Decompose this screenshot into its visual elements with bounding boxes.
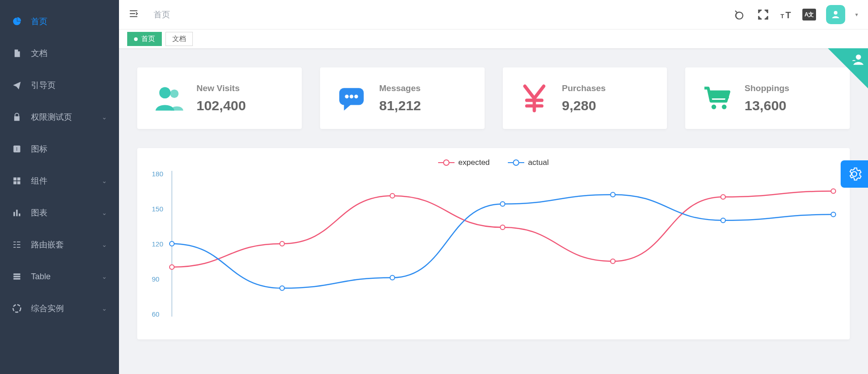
legend-label: actual [528,158,548,167]
svg-line-31 [525,86,534,98]
svg-point-36 [712,104,716,109]
chevron-down-icon: ⌄ [102,209,107,216]
card-title: Messages [379,83,421,93]
fontsize-icon[interactable]: TT [780,8,792,21]
legend-expected[interactable]: expected [438,158,490,167]
svg-point-49 [390,275,395,280]
sidebar-item-example[interactable]: 综合实例 ⌄ [0,292,119,324]
svg-rect-16 [14,276,21,277]
y-tick: 150 [152,205,163,213]
sidebar-item-doc[interactable]: 文档 [0,37,119,69]
sidebar-item-component[interactable]: 组件 ⌄ [0,165,119,197]
chevron-down-icon: ⌄ [102,273,107,280]
sidebar-item-label: 组件 [31,175,47,186]
svg-rect-10 [14,244,16,245]
card-shoppings[interactable]: Shoppings 13,600 [685,67,850,129]
svg-point-25 [170,89,179,98]
example-icon [12,303,22,313]
svg-point-50 [500,202,505,206]
sidebar-item-permission[interactable]: 权限测试页 ⌄ [0,101,119,133]
card-value: 9,280 [562,98,606,113]
svg-point-28 [345,94,348,98]
svg-rect-9 [14,241,16,242]
breadcrumb: 首页 [154,9,170,20]
svg-rect-11 [14,247,16,248]
y-tick: 60 [152,310,160,318]
sidebar-item-label: Table [31,272,51,282]
sidebar-item-nested[interactable]: 路由嵌套 ⌄ [0,229,119,261]
corner-ribbon[interactable] [828,48,868,88]
paper-plane-icon [12,80,22,90]
svg-rect-3 [17,178,21,181]
sidebar-item-label: 图表 [31,207,47,218]
legend-label: expected [458,158,490,167]
svg-point-24 [159,87,170,98]
sidebar-item-label: 综合实例 [31,303,64,314]
svg-rect-7 [16,210,17,216]
table-icon [12,272,22,282]
chevron-down-icon: ⌄ [102,113,107,121]
card-title: Purchases [562,83,606,93]
legend-actual[interactable]: actual [508,158,548,167]
svg-point-47 [170,241,174,246]
sidebar-item-label: 引导页 [31,80,56,91]
people-icon [153,82,185,114]
translate-icon[interactable]: A文 [802,9,816,20]
chevron-down-icon: ⌄ [102,241,107,248]
tab-label: 首页 [141,35,155,43]
svg-point-30 [354,94,358,98]
card-title: New Visits [196,83,246,93]
card-value: 13,600 [744,98,789,113]
svg-point-42 [390,194,395,198]
card-new-visits[interactable]: New Visits 102,400 [137,67,302,129]
sidebar-item-label: 文档 [31,48,47,59]
fullscreen-icon[interactable] [757,8,770,21]
tab-doc[interactable]: 文档 [165,32,193,46]
main: 首页 TT A文 ▾ 首页 文档 New Visits 102,400 [119,0,868,374]
svg-rect-6 [14,212,15,216]
avatar[interactable] [826,5,845,24]
yen-icon [518,82,550,114]
svg-rect-14 [17,247,21,248]
svg-text:T: T [780,13,784,20]
settings-tab[interactable] [841,160,868,188]
cart-icon [701,82,733,114]
nested-icon [12,240,22,250]
svg-point-48 [280,286,284,291]
avatar-dropdown-icon[interactable]: ▾ [855,11,858,18]
sidebar-item-table[interactable]: Table ⌄ [0,261,119,292]
svg-rect-4 [14,181,17,184]
hamburger-icon[interactable] [128,9,139,20]
dashboard-icon [12,16,22,26]
sidebar-item-label: 权限测试页 [31,112,72,123]
card-value: 102,400 [196,98,246,113]
navbar-right: TT A文 ▾ [734,5,868,24]
tabs: 首页 文档 [119,29,868,48]
chart-plot: 6090120150180 [146,171,841,317]
sidebar: 首页 文档 引导页 权限测试页 ⌄ I 图标 组件 ⌄ 图表 ⌄ 路由嵌套 ⌄ … [0,0,119,374]
card-purchases[interactable]: Purchases 9,280 [503,67,667,129]
sidebar-item-chart[interactable]: 图表 ⌄ [0,197,119,229]
line-chart: expected actual 6090120150180 [137,148,850,339]
svg-point-43 [500,225,505,230]
tab-label: 文档 [172,35,186,43]
sidebar-item-icons[interactable]: I 图标 [0,133,119,165]
card-messages[interactable]: Messages 81,212 [320,67,485,129]
search-icon[interactable] [734,8,747,21]
sidebar-item-home[interactable]: 首页 [0,5,119,37]
svg-point-46 [831,189,836,194]
navbar: 首页 TT A文 ▾ [119,0,868,29]
svg-line-32 [534,86,544,98]
svg-point-18 [13,305,21,313]
svg-point-40 [170,265,174,269]
tab-home[interactable]: 首页 [127,32,162,46]
svg-rect-38 [710,91,729,98]
svg-rect-2 [14,178,17,181]
svg-point-44 [610,259,615,264]
svg-point-29 [350,94,353,98]
svg-rect-12 [17,241,21,242]
message-icon [336,82,367,114]
chart-icon [12,208,22,218]
sidebar-item-label: 图标 [31,143,47,154]
sidebar-item-guide[interactable]: 引导页 [0,69,119,101]
